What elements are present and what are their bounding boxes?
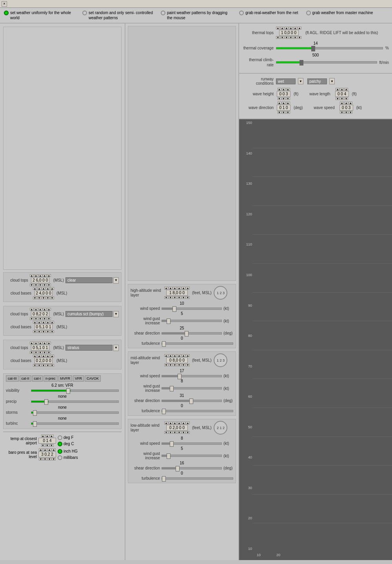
wh-spin-dn-4[interactable]: ▼	[177, 296, 181, 299]
wh-spin-up-4[interactable]: ▲	[177, 287, 181, 289]
wh2-up-2[interactable]: ▲	[282, 88, 286, 91]
mid-turb-thumb[interactable]	[162, 409, 166, 414]
l2-spin-dn-5[interactable]: ▼	[47, 317, 51, 320]
l2-spin-up-4[interactable]: ▲	[43, 308, 47, 311]
wm-spin-up-3[interactable]: ▲	[173, 354, 177, 357]
wh-spin-up-3[interactable]: ▲	[173, 287, 177, 289]
l3-spin-up-5[interactable]: ▲	[47, 342, 51, 344]
low-turb-thumb[interactable]	[162, 476, 166, 482]
wh-spin-up-2[interactable]: ▲	[169, 287, 172, 289]
precip-track[interactable]	[31, 400, 119, 403]
wd-up-2[interactable]: ▲	[282, 102, 286, 104]
turb-thumb-high[interactable]	[162, 341, 166, 347]
l3b-spin-dn-5[interactable]: ▼	[50, 364, 54, 367]
turbinc-thumb[interactable]	[33, 421, 37, 427]
spin-up-5[interactable]: ▲	[47, 274, 51, 277]
mode-uniform-radio[interactable]	[4, 11, 9, 15]
wm-spin-up-4[interactable]: ▲	[177, 354, 181, 357]
low-turb-track[interactable]	[162, 477, 233, 480]
mode-paint[interactable]: paint weather patterns by dragging the m…	[161, 10, 231, 20]
wm-spin-dn-4[interactable]: ▼	[177, 364, 181, 366]
ws-up-1[interactable]: ▲	[340, 102, 344, 104]
wh-spin-up-6[interactable]: ▲	[186, 287, 190, 289]
compass-mid[interactable]: 1 2 3	[214, 353, 227, 367]
cloud-type-dropdown-2[interactable]: ▼	[113, 311, 119, 317]
l2-spin-up-3[interactable]: ▲	[38, 308, 42, 311]
thermal-climbrate-thumb[interactable]	[299, 60, 303, 65]
cloud-type-dropdown-1[interactable]: ▼	[113, 277, 119, 284]
temp-spin-dn-1[interactable]: ▼	[41, 444, 45, 447]
l2b-spin-dn-5[interactable]: ▼	[50, 330, 54, 333]
l3b-spin-up-1[interactable]: ▲	[33, 355, 37, 357]
wl-spin-up-2[interactable]: ▲	[169, 422, 172, 424]
runway-wet-dropdown[interactable]: ▼	[298, 78, 303, 84]
ws-up-2[interactable]: ▲	[344, 102, 348, 104]
wl-spin-dn-5[interactable]: ▼	[181, 431, 185, 434]
wave-height-spinbox[interactable]: ▲ ▲ ▲ 0 0 3 ▼ ▼ ▼	[277, 88, 290, 100]
low-gust-track[interactable]	[162, 455, 222, 457]
wd-dn-2[interactable]: ▼	[282, 111, 286, 114]
tab-mvfr[interactable]: MVFR	[58, 375, 73, 382]
wl2-up-1[interactable]: ▲	[336, 88, 339, 91]
bases-spin-up-4[interactable]: ▲	[46, 287, 50, 290]
th-spin-dn-4[interactable]: ▼	[289, 36, 293, 39]
bases-spin-dn-2[interactable]: ▼	[37, 297, 41, 299]
mode-grab-real[interactable]: grab real-weather from the net	[239, 10, 298, 15]
wl-spin-up-3[interactable]: ▲	[173, 422, 177, 424]
wh2-up-3[interactable]: ▲	[286, 88, 290, 91]
temp-spin-up-3[interactable]: ▲	[50, 435, 54, 437]
l3b-spin-dn-4[interactable]: ▼	[46, 364, 50, 367]
thermal-climbrate-track[interactable]	[276, 61, 377, 64]
bases-spin-dn-3[interactable]: ▼	[42, 297, 45, 299]
bases-spin-up-2[interactable]: ▲	[37, 287, 41, 290]
mode-paint-radio[interactable]	[161, 11, 165, 15]
cloud-bases-spinbox-1[interactable]: ▲ ▲ ▲ ▲ ▲ 2 4,0 0 0 ▼ ▼ ▼ ▼ ▼	[33, 287, 54, 299]
wave-height-value[interactable]: 0 0 3	[277, 91, 290, 97]
wl2-up-3[interactable]: ▲	[344, 88, 348, 91]
millibars-radio[interactable]	[58, 455, 62, 460]
th-spin-up-6[interactable]: ▲	[298, 27, 301, 29]
l3-spin-up-4[interactable]: ▲	[43, 342, 47, 344]
thermal-coverage-thumb[interactable]	[311, 46, 315, 51]
mode-grab-master-radio[interactable]	[306, 11, 311, 15]
wl2-up-2[interactable]: ▲	[340, 88, 344, 91]
wm-spin-up-1[interactable]: ▲	[164, 354, 168, 357]
l2-spin-up-2[interactable]: ▲	[34, 308, 38, 311]
wh2-dn-3[interactable]: ▼	[286, 97, 290, 100]
wave-speed-value[interactable]: 0 0 3	[339, 105, 353, 111]
ws-up-3[interactable]: ▲	[348, 102, 352, 104]
mid-shear-track[interactable]	[162, 400, 222, 402]
wl-spin-dn-2[interactable]: ▼	[169, 431, 172, 434]
spin-dn-4[interactable]: ▼	[43, 284, 47, 286]
visibility-track[interactable]	[31, 389, 119, 392]
l3-spin-dn-3[interactable]: ▼	[38, 351, 42, 354]
gust-thumb-high[interactable]	[167, 318, 171, 324]
l3-spin-dn-5[interactable]: ▼	[47, 351, 51, 354]
th-spin-up-1[interactable]: ▲	[276, 27, 280, 29]
turbinc-track[interactable]	[31, 422, 119, 425]
wm-spin-dn-3[interactable]: ▼	[173, 364, 177, 366]
mode-uniform[interactable]: set weather uniformly for the whole worl…	[4, 10, 74, 20]
wd-dn-3[interactable]: ▼	[286, 111, 290, 114]
wl-spin-up-5[interactable]: ▲	[181, 422, 185, 424]
l2-spin-dn-3[interactable]: ▼	[38, 317, 42, 320]
cloud-bases-spinbox-2[interactable]: ▲ ▲ ▲ ▲ ▲ 0 5,1 0 1 ▼ ▼ ▼ ▼ ▼	[33, 321, 54, 333]
runway-wet-select[interactable]: wet	[276, 78, 296, 84]
wh-spin-dn-5[interactable]: ▼	[181, 296, 185, 299]
bases-spin-dn-4[interactable]: ▼	[46, 297, 50, 299]
l3-spin-dn-1[interactable]: ▼	[30, 351, 34, 354]
runway-patchy-dropdown[interactable]: ▼	[329, 78, 335, 84]
wm-spin-dn-5[interactable]: ▼	[181, 364, 185, 366]
wh-spin-dn-3[interactable]: ▼	[173, 296, 177, 299]
wind-alt-spinbox-mid[interactable]: ▲ ▲ ▲ ▲ ▲ ▲ 0 8,0 0 0 ▼ ▼ ▼ ▼	[164, 354, 190, 366]
mode-grab-real-radio[interactable]	[239, 11, 244, 15]
th-spin-dn-5[interactable]: ▼	[293, 36, 297, 39]
baro-spin-up-1[interactable]: ▲	[39, 448, 43, 451]
mid-shear-thumb[interactable]	[189, 398, 193, 404]
wd-dn-1[interactable]: ▼	[278, 111, 281, 114]
l3-spin-up-3[interactable]: ▲	[38, 342, 42, 344]
l3-spin-dn-2[interactable]: ▼	[34, 351, 38, 354]
spin-up-3[interactable]: ▲	[38, 274, 42, 277]
cloud-bases-spinbox-3[interactable]: ▲ ▲ ▲ ▲ ▲ 0 2,0 0 0 ▼ ▼ ▼ ▼ ▼	[33, 355, 54, 367]
mid-turb-track[interactable]	[162, 410, 233, 412]
